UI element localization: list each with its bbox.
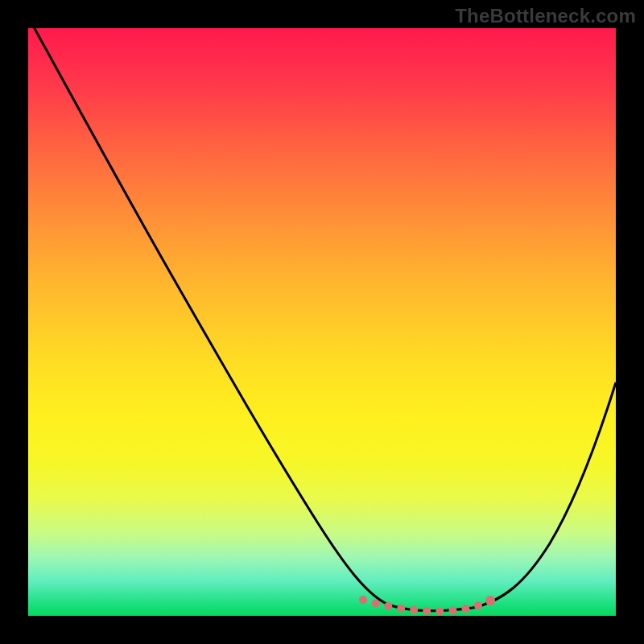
- gradient-plot-area: [28, 28, 616, 616]
- chart-frame: TheBottleneck.com: [0, 0, 644, 644]
- watermark-text: TheBottleneck.com: [455, 5, 636, 27]
- curve-layer: [28, 28, 616, 616]
- optimal-end-dot: [485, 596, 495, 605]
- bottleneck-curve: [32, 24, 616, 611]
